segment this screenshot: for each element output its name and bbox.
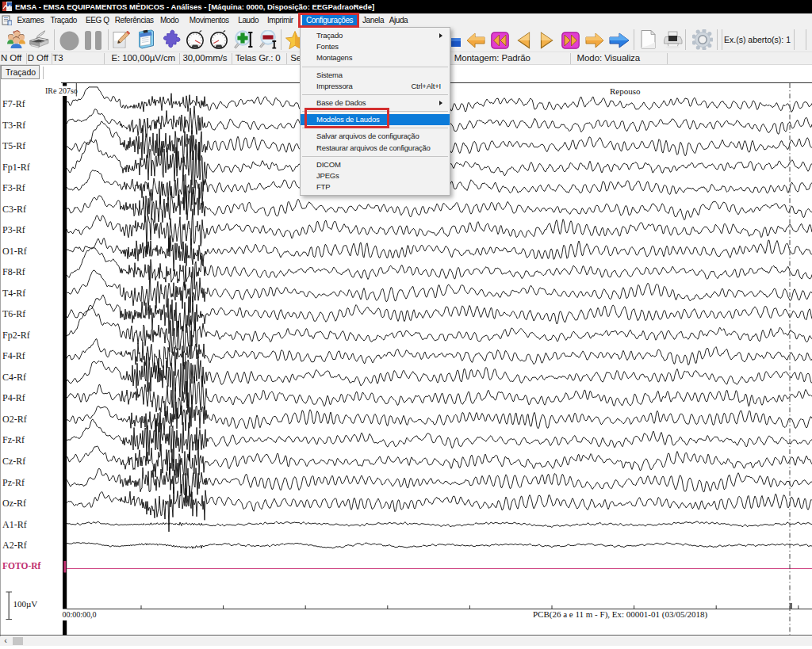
menuitem-dicom[interactable]: DICOM [301,159,450,170]
patients-button[interactable] [6,29,26,52]
nav-back-icon [466,32,485,49]
print-icon [29,30,51,51]
scrollbar-thumb[interactable] [13,637,23,645]
foto-pulse-marker [63,561,66,573]
info-separator [667,53,668,64]
channel-label: O1-Rf [2,246,27,257]
title-bar[interactable]: EMSA - EMSA EQUIPAMENTOS MÉDICOS - Análi… [0,0,812,13]
amplitude-scale-bracket [6,592,13,620]
menuitem-tracado[interactable]: Traçado [301,30,450,41]
new-document-button[interactable] [639,29,657,52]
print-button[interactable] [29,30,51,52]
channel-label: Pz-Rf [2,477,25,488]
channel-label: A2-Rf [2,540,27,551]
menu-referencias[interactable]: Referências [111,13,158,27]
nav-prev-page-button[interactable] [491,32,509,54]
events-puzzle-icon [163,29,181,50]
menu-separator [301,92,450,97]
horizontal-scrollbar[interactable]: ‹ [0,636,812,646]
menuitem-jpegs[interactable]: JPEGs [301,170,450,181]
menuitem-salvar-arquivos-de-configuracao[interactable]: Salvar arquivos de configuração [301,131,450,142]
menu-janela[interactable]: Janela [358,13,388,27]
nav-back-button[interactable] [466,32,485,54]
menuitem-label: Impressora [316,82,353,90]
nav-last-button[interactable] [609,32,630,54]
nav-next-button[interactable] [539,32,554,54]
pause-button[interactable] [85,31,102,53]
print-exam-button[interactable] [664,30,683,52]
settings-gear-button[interactable] [692,29,713,52]
time-gauge-icon [209,29,229,51]
menuitem-restaurar-arquivos-de-configuracao[interactable]: Restaurar arquivos de configuração [301,143,450,154]
nav-next-page-button[interactable] [561,32,580,54]
event-marker-bar [63,96,67,609]
info-segment: Modo: Visualiza [577,52,640,65]
submenu-arrow-icon [439,101,442,105]
menuitem-label: Base de Dados [316,98,366,107]
montage-clipboard-button[interactable] [136,29,156,51]
menuitem-label: Traçado [316,31,343,40]
channel-label: F4-Rf [2,350,25,361]
menuitem-label: Fontes [316,42,339,51]
menuitem-base-de-dados[interactable]: Base de Dados [301,97,450,109]
event-marker-bar [63,83,67,86]
menuitem-montagens[interactable]: Montagens [301,52,450,63]
open-exams-label: Ex.(s) aberto(s): 1 [724,27,791,52]
menu-imprimir[interactable]: Imprimir [263,13,297,27]
nav-forward-icon [585,32,604,49]
menuitem-shortcut: Ctrl+Alt+I [411,81,441,92]
nav-prev-button[interactable] [516,32,531,54]
info-separator [179,53,180,64]
menu-modo[interactable]: Modo [156,13,182,27]
eeg-trace-a1-rf [67,521,812,527]
menu-laudo[interactable]: Laudo [234,13,262,27]
eeg-trace-oz-rf [67,484,812,532]
eeg-trace-t4-rf [67,266,812,313]
zoom-in-icon [233,30,253,50]
speed-gauge-button[interactable] [186,29,205,52]
edit-button[interactable] [113,30,131,52]
application-window: EMSA - EMSA EQUIPAMENTOS MÉDICOS - Análi… [0,0,812,649]
toolbar-separator [281,29,282,50]
menuitem-fontes[interactable]: Fontes [301,41,450,52]
edit-icon [113,30,131,49]
menu-tracado[interactable]: Traçado [47,13,82,27]
toolbar-separator [717,29,718,50]
toolbar-separator [54,29,55,50]
document-system-icon[interactable] [2,15,12,25]
channel-label: Fp2-Rf [2,330,30,341]
nav-prev-icon [516,32,531,49]
annotation-label: IRe 207so [45,86,78,95]
info-segment: 30,00mm/s [182,52,227,65]
time-label: 00:00:00,0 [63,610,97,619]
cursor-handle[interactable] [790,603,793,609]
info-segment: T3 [52,52,63,65]
tab-strip-edge [43,67,44,79]
zoom-out-icon [259,30,278,50]
speed-gauge-icon [186,29,205,51]
zoom-out-button[interactable] [259,30,278,52]
record-icon [59,31,79,51]
menu-movimentos[interactable]: Movimentos [186,13,233,27]
menu-ajuda[interactable]: Ajuda [385,13,412,27]
info-segment: N Off [1,52,21,65]
settings-gear-icon [692,29,713,50]
menu-eeg-q[interactable]: EEG Q [82,13,113,27]
events-puzzle-button[interactable] [163,29,181,51]
info-separator [570,53,571,64]
zoom-in-button[interactable] [233,30,253,52]
patients-icon [6,29,26,50]
toolbar-separator [722,29,722,50]
eeg-trace-p4-rf [67,376,812,419]
tab-tracado[interactable]: Traçado [1,65,40,79]
menuitem-sistema[interactable]: Sistema [301,70,450,81]
menu-exames[interactable]: Exames [13,13,48,27]
menuitem-label: JPEGs [316,171,339,180]
time-gauge-button[interactable] [209,29,229,52]
menuitem-label: Salvar arquivos de configuração [316,132,419,140]
menuitem-impressora[interactable]: ImpressoraCtrl+Alt+I [301,81,450,92]
menuitem-ftp[interactable]: FTP [301,181,450,193]
record-button[interactable] [59,31,79,53]
scroll-left-arrow[interactable]: ‹ [0,636,11,646]
nav-forward-button[interactable] [585,32,604,54]
